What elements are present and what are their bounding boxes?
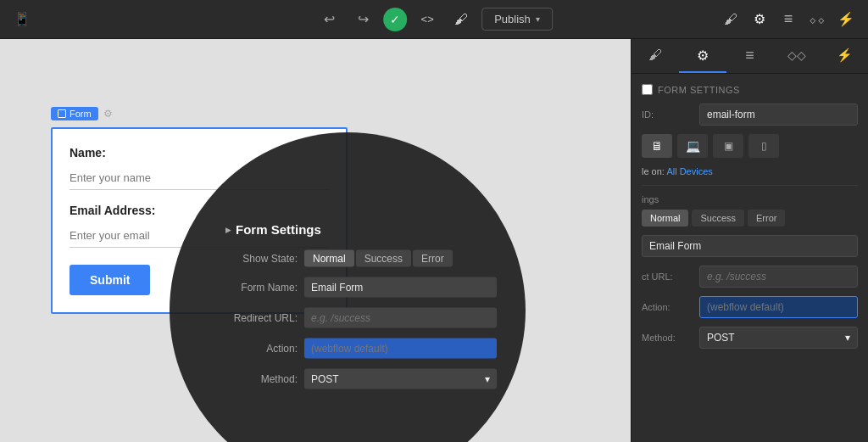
toolbar-left: 📱	[8, 6, 36, 33]
status-check-icon: ✓	[383, 8, 407, 31]
toolbar: 📱 ↩ ↪ ✓ <> 🖌 Publish ▾ 🖌 ⚙ ≡ ⬦⬦ ⚡	[0, 0, 868, 39]
panel-redirect-input[interactable]	[699, 266, 858, 288]
popup-method-value: POST	[311, 373, 339, 385]
publish-label: Publish	[494, 13, 531, 25]
tab-gear[interactable]: ⚙	[679, 39, 726, 73]
form-settings-popup: Form Settings Show State: Normal Success…	[225, 222, 497, 400]
panel-state-success-btn[interactable]: Success	[692, 210, 744, 227]
canvas-inner: Form ⚙ Name: Email Address: Submit Form …	[0, 39, 631, 442]
panel-id-row: ID:	[642, 104, 858, 126]
visible-devices: All Devices	[666, 166, 712, 176]
popup-action-row: Action:	[225, 338, 497, 359]
popup-method-row: Method: POST ▾	[225, 369, 497, 389]
panel-action-input[interactable]	[699, 296, 858, 318]
panel-method-chevron-icon: ▾	[845, 332, 850, 344]
popup-show-state-label: Show State:	[225, 253, 298, 265]
publish-chevron-icon: ▾	[536, 14, 540, 24]
form-tag[interactable]: Form	[51, 107, 98, 120]
tab-bolt[interactable]: ⚡	[821, 39, 868, 73]
canvas-area: Form ⚙ Name: Email Address: Submit Form …	[0, 39, 631, 442]
popup-method-select[interactable]: POST ▾	[304, 369, 497, 389]
device-tablet-icon[interactable]: ▣	[713, 134, 743, 158]
popup-redirect-input[interactable]	[304, 308, 497, 328]
popup-state-normal-btn[interactable]: Normal	[304, 250, 354, 267]
panel-method-row: Method: POST ▾	[642, 327, 858, 349]
popup-state-error-btn[interactable]: Error	[413, 250, 453, 267]
undo-icon[interactable]: ↩	[315, 6, 342, 33]
device-icons-row: 🖥 💻 ▣ ▯	[642, 134, 858, 158]
brush-tab-icon[interactable]: 🖌	[717, 6, 744, 33]
visible-label: le on: All Devices	[642, 166, 858, 176]
panel-method-label: Method:	[642, 333, 693, 343]
popup-method-chevron-icon: ▾	[485, 373, 490, 385]
submit-button[interactable]: Submit	[70, 265, 150, 295]
main-area: Form ⚙ Name: Email Address: Submit Form …	[0, 39, 868, 442]
panel-action-row: Action:	[642, 296, 858, 318]
tab-brush[interactable]: 🖌	[632, 39, 679, 73]
form-box-icon	[58, 109, 66, 118]
form-tag-label: Form	[70, 109, 92, 119]
tab-lines[interactable]: ≡	[726, 39, 774, 73]
panel-method-select[interactable]: POST ▾	[699, 327, 858, 349]
popup-form-name-label: Form Name:	[225, 282, 298, 294]
panel-state-row: Normal Success Error	[642, 210, 858, 227]
popup-redirect-label: Redirect URL:	[225, 312, 298, 324]
device-laptop-icon[interactable]: 💻	[677, 134, 708, 158]
panel-id-label: ID:	[642, 109, 693, 120]
panel-redirect-label: ct URL:	[642, 271, 693, 282]
phone-icon[interactable]: 📱	[8, 6, 36, 33]
panel-action-label: Action:	[642, 302, 693, 312]
form-settings-checkbox[interactable]	[642, 84, 653, 95]
panel-method-value: POST	[707, 332, 735, 344]
panel-form-settings-title: Form Settings	[642, 84, 858, 95]
panel-state-normal-btn[interactable]: Normal	[642, 210, 688, 227]
popup-show-state-row: Show State: Normal Success Error	[225, 250, 497, 267]
gear-tab-icon[interactable]: ⚙	[746, 6, 773, 33]
device-phone-icon[interactable]: ▯	[748, 134, 779, 158]
panel-form-name-input[interactable]	[642, 235, 858, 257]
popup-action-label: Action:	[225, 343, 298, 355]
panel-id-input[interactable]	[699, 104, 858, 126]
redo-icon[interactable]: ↪	[349, 6, 376, 33]
panel-state-error-btn[interactable]: Error	[748, 210, 785, 227]
popup-state-buttons: Normal Success Error	[304, 250, 453, 267]
paintbrush-icon[interactable]: 🖌	[448, 6, 475, 33]
panel-tabs: 🖌 ⚙ ≡ ◇◇ ⚡	[632, 39, 868, 74]
form-gear-icon[interactable]: ⚙	[103, 108, 113, 120]
right-panel: 🖌 ⚙ ≡ ◇◇ ⚡ Form Settings ID: 🖥 💻 ▣ ▯	[631, 39, 868, 442]
drops-tab-icon[interactable]: ⬦⬦	[804, 6, 831, 33]
device-desktop-icon[interactable]: 🖥	[642, 134, 672, 158]
publish-button[interactable]: Publish ▾	[481, 8, 553, 31]
divider-1	[642, 185, 858, 186]
popup-form-name-row: Form Name:	[225, 277, 497, 298]
bolt-tab-icon[interactable]: ⚡	[832, 6, 860, 33]
lines-tab-icon[interactable]: ≡	[775, 6, 802, 33]
toolbar-right: 🖌 ⚙ ≡ ⬦⬦ ⚡	[717, 6, 860, 33]
panel-redirect-row: ct URL:	[642, 266, 858, 288]
popup-action-input[interactable]	[304, 338, 497, 359]
settings-section-label: ings	[642, 194, 858, 204]
form-settings-label: Form Settings	[658, 85, 740, 95]
panel-body: Form Settings ID: 🖥 💻 ▣ ▯ le on: All Dev…	[632, 74, 868, 442]
tab-drops[interactable]: ◇◇	[773, 39, 821, 73]
popup-redirect-row: Redirect URL:	[225, 308, 497, 328]
visible-prefix: le on:	[642, 166, 665, 176]
popup-method-label: Method:	[225, 373, 298, 385]
popup-title: Form Settings	[225, 222, 497, 237]
form-label-bar: Form ⚙	[51, 107, 348, 120]
code-icon[interactable]: <>	[414, 6, 441, 33]
popup-state-success-btn[interactable]: Success	[356, 250, 411, 267]
popup-form-name-input[interactable]	[304, 277, 497, 298]
